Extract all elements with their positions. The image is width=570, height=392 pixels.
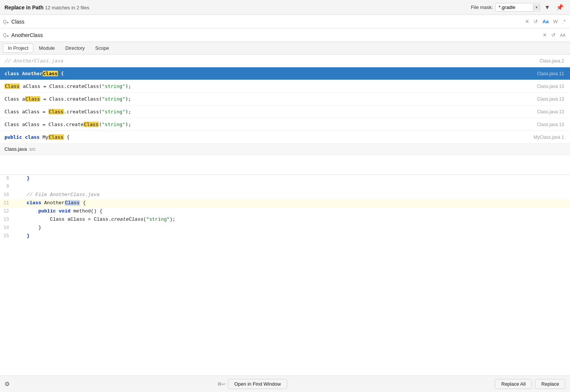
find-icon-label: Q ▸: [3, 19, 9, 24]
tab-scope[interactable]: Scope: [91, 43, 114, 53]
file-mask-input-group: ▾: [495, 3, 540, 12]
line-num-11: 11: [0, 200, 15, 206]
file-group-row: Class.java src: [0, 144, 570, 155]
result-code-comment: // AnotherClass.java: [4, 58, 535, 64]
file-ref-4: Class.java 13: [537, 122, 564, 127]
code-highlight-class: Class: [43, 71, 58, 76]
replace-btn[interactable]: Replace: [535, 379, 566, 389]
result-row-myclass[interactable]: public class MyClass { MyClass.java 1: [0, 131, 570, 144]
whole-words-btn[interactable]: W: [552, 18, 559, 25]
code-line-11: 11 class AnotherClass {: [0, 199, 570, 208]
shortcut-label: ⌘↩: [217, 382, 226, 387]
file-ref-comment: Class.java 2: [540, 58, 564, 64]
result-code-2: Class aClass = Class.createClass("string…: [4, 96, 533, 102]
result-row-selected[interactable]: class AnotherClass { Class.java 11: [0, 67, 570, 80]
file-mask-label: File mask:: [471, 4, 493, 10]
find-clear-icon[interactable]: ✕: [524, 18, 531, 25]
filter-icon-btn[interactable]: ▼: [542, 3, 552, 12]
match-case-btn[interactable]: Aa: [541, 18, 550, 25]
footer-bar: ⚙ ⌘↩ Open in Find Window Replace All Rep…: [0, 376, 570, 392]
result-row-3[interactable]: Class aClass = Class.createClass("string…: [0, 105, 570, 118]
match-count: 12 matches in 2 files: [45, 5, 89, 10]
result-code-3: Class aClass = Class.createClass("string…: [4, 109, 533, 114]
find-search-icon: Q: [3, 19, 6, 24]
open-in-find-window-btn[interactable]: Open in Find Window: [228, 379, 287, 389]
line-num-13: 13: [0, 217, 15, 222]
code-preview: 8 } 9 10 // File AnotherClass.java 11 cl…: [0, 174, 570, 376]
line-content-14: }: [15, 225, 41, 230]
code-text-post: {: [58, 71, 64, 76]
line-content-12: public void method() {: [15, 208, 102, 214]
replace-all-btn[interactable]: Replace All: [495, 379, 532, 389]
line-content-9: [15, 184, 18, 189]
hl-1-1: Class: [4, 83, 20, 89]
line-num-12: 12: [0, 209, 15, 214]
header-bar: Replace in Path 12 matches in 2 files Fi…: [0, 0, 570, 15]
title-text: Replace in Path: [4, 4, 43, 10]
file-ref-3: Class.java 13: [537, 109, 564, 114]
file-mask-field[interactable]: [496, 3, 533, 11]
result-row-2[interactable]: Class aClass = Class.createClass("string…: [0, 93, 570, 105]
file-mask-dropdown[interactable]: ▾: [533, 4, 540, 10]
file-ref-selected: Class.java 11: [537, 71, 564, 76]
line-content-15: }: [15, 233, 30, 239]
code-line-8: 8 }: [0, 175, 570, 183]
line-num-9: 9: [0, 184, 15, 189]
hl-4: Class: [83, 122, 99, 127]
find-actions: ✕ ↺ Aa W .*: [524, 18, 567, 25]
replace-row: Q ▸ ✕ ↺ AA: [0, 28, 570, 42]
find-history-icon[interactable]: ↺: [532, 18, 539, 25]
find-input[interactable]: [11, 19, 524, 25]
footer-center: ⌘↩ Open in Find Window: [217, 379, 287, 389]
result-code-1: Class aClass = Class.createClass("string…: [4, 83, 533, 89]
line-num-10: 10: [0, 192, 15, 197]
tab-directory[interactable]: Directory: [61, 43, 90, 53]
line-content-8: }: [15, 175, 30, 181]
code-line-9: 9: [0, 183, 570, 191]
replace-icon-label: Q ▸: [3, 33, 9, 38]
tabs-row: In Project Module Directory Scope: [0, 42, 570, 55]
line-num-8: 8: [0, 176, 15, 181]
footer-left: ⚙: [4, 380, 10, 388]
result-row-1[interactable]: Class aClass = Class.createClass("string…: [0, 80, 570, 93]
tab-module[interactable]: Module: [34, 43, 60, 53]
line-content-13: Class aClass = Class.createClass("string…: [15, 217, 175, 222]
replace-search-icon: Q: [3, 33, 6, 38]
result-code-4: Class aClass = Class.createClass("string…: [4, 122, 533, 127]
result-code-selected: class AnotherClass {: [4, 71, 533, 77]
hl-myclass: Class: [48, 134, 64, 140]
line-content-11: class AnotherClass {: [15, 200, 86, 206]
code-line-15: 15 }: [0, 232, 570, 241]
replace-input[interactable]: [11, 32, 541, 38]
results-area: // AnotherClass.java Class.java 2 class …: [0, 55, 570, 174]
hl-2: Class: [25, 96, 40, 102]
hl-3: Class: [48, 109, 64, 114]
footer-right: Replace All Replace: [495, 379, 566, 389]
replace-arrow-icon: ▸: [7, 34, 9, 38]
file-group-path: src: [29, 146, 36, 152]
result-code-myclass: public class MyClass {: [4, 134, 529, 140]
regex-btn[interactable]: .*: [561, 18, 567, 25]
replace-history-icon[interactable]: ↺: [550, 31, 557, 39]
code-area: 8 } 9 10 // File AnotherClass.java 11 cl…: [0, 175, 570, 241]
tab-in-project[interactable]: In Project: [3, 43, 33, 53]
result-row-comment[interactable]: // AnotherClass.java Class.java 2: [0, 55, 570, 67]
line-content-10: // File AnotherClass.java: [15, 192, 99, 197]
pin-icon: 📌: [556, 4, 564, 10]
replace-aa-btn[interactable]: AA: [558, 32, 567, 38]
code-line-12: 12 public void method() {: [0, 208, 570, 216]
code-line-10: 10 // File AnotherClass.java: [0, 191, 570, 199]
find-arrow-icon: ▸: [7, 20, 9, 24]
file-ref-1: Class.java 13: [537, 84, 564, 89]
file-ref-myclass: MyClass.java 1: [534, 135, 564, 140]
file-group-name: Class.java: [4, 146, 27, 152]
result-row-4[interactable]: Class aClass = Class.createClass("string…: [0, 118, 570, 131]
line-num-15: 15: [0, 233, 15, 239]
replace-actions: ✕ ↺ AA: [541, 31, 567, 39]
line-num-14: 14: [0, 225, 15, 230]
gear-icon[interactable]: ⚙: [4, 380, 10, 388]
find-row: Q ▸ ✕ ↺ Aa W .*: [0, 15, 570, 28]
replace-clear-icon[interactable]: ✕: [541, 31, 548, 39]
pin-icon-btn[interactable]: 📌: [554, 3, 566, 12]
header-title: Replace in Path 12 matches in 2 files: [4, 4, 89, 11]
